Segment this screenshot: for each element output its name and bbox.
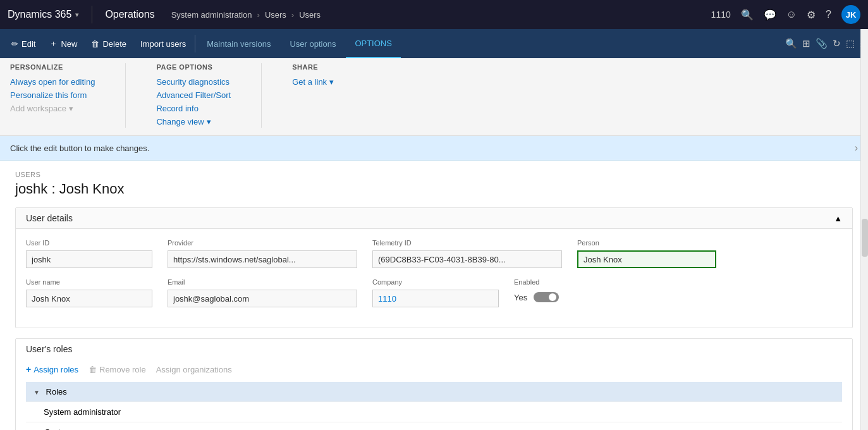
roles-table: ▼ Roles System administrator ▶ System us… <box>26 382 842 430</box>
action-bar-right: 🔍 ⊞ 📎 ↻ ⬚ › <box>785 38 863 49</box>
company-label: Company <box>372 278 499 286</box>
brand-chevron: ▾ <box>75 11 79 19</box>
help-icon[interactable]: ? <box>826 9 831 20</box>
face-icon[interactable]: ☺ <box>786 9 797 20</box>
app-name: Operations <box>95 9 164 20</box>
collapse-roles-icon[interactable]: ▼ <box>34 389 40 396</box>
brand-logo[interactable]: Dynamics 365 ▾ <box>8 9 89 20</box>
assign-organizations-button[interactable]: Assign organizations <box>156 365 232 374</box>
chevron-down-icon-view: ▾ <box>207 117 211 126</box>
breadcrumb-users-current[interactable]: Users <box>299 10 321 20</box>
user-details-body: User ID Provider Telemetry ID Person <box>16 229 852 328</box>
delete-icon: 🗑 <box>91 39 99 49</box>
action-bar: ✏ Edit ＋ New 🗑 Delete Import users Maint… <box>0 29 868 58</box>
system-admin-row: System administrator <box>26 402 842 422</box>
collapse-icon: ▲ <box>834 214 842 223</box>
share-section: SHARE Get a link ▾ <box>292 63 334 128</box>
provider-label: Provider <box>168 239 357 247</box>
email-label: Email <box>168 278 357 286</box>
record-info-link[interactable]: Record info <box>156 102 231 114</box>
user-details-header[interactable]: User details ▲ <box>16 208 852 229</box>
table-row[interactable]: ▶ System user <box>26 422 842 431</box>
users-roles-header: User's roles <box>16 339 852 359</box>
user-options-tab[interactable]: User options <box>281 29 345 58</box>
email-group: Email <box>168 278 357 307</box>
chevron-down-icon-link: ▾ <box>329 77 334 87</box>
action-divider <box>195 35 195 52</box>
maintain-versions-tab[interactable]: Maintain versions <box>198 29 279 58</box>
advanced-filter-link[interactable]: Advanced Filter/Sort <box>156 89 231 101</box>
assign-roles-button[interactable]: + Assign roles <box>26 364 78 374</box>
personalize-title: PERSONALIZE <box>10 63 95 71</box>
enabled-value: Yes <box>514 293 527 302</box>
scrollbar-thumb[interactable] <box>862 219 868 257</box>
edit-icon: ✏ <box>11 39 18 49</box>
table-row[interactable]: System administrator <box>26 402 842 422</box>
users-roles-section: User's roles + Assign roles 🗑 Remove rol… <box>15 338 853 430</box>
user-id-label: User ID <box>26 239 152 247</box>
top-nav-right: 1110 🔍 💬 ☺ ⚙ ? JK <box>711 5 860 24</box>
enabled-group: Enabled Yes <box>514 278 653 307</box>
user-details-section: User details ▲ User ID Provider Telemetr… <box>15 207 853 328</box>
personalize-form-link[interactable]: Personalize this form <box>10 89 95 101</box>
page-title: joshk : Josh Knox <box>15 181 853 197</box>
provider-group: Provider <box>168 239 357 268</box>
personalize-section: PERSONALIZE Always open for editing Pers… <box>10 63 95 128</box>
telemetry-id-input[interactable] <box>372 250 562 268</box>
close-banner-button[interactable]: › <box>855 142 858 154</box>
chat-icon[interactable]: 💬 <box>764 9 776 21</box>
office-icon[interactable]: ⊞ <box>802 38 810 49</box>
search-icon-action[interactable]: 🔍 <box>785 38 797 49</box>
options-section-divider <box>125 63 126 128</box>
always-open-link[interactable]: Always open for editing <box>10 76 95 88</box>
options-tab[interactable]: OPTIONS <box>346 29 401 58</box>
record-breadcrumb: USERS <box>15 171 853 178</box>
add-workspace-link[interactable]: Add workspace ▾ <box>10 102 95 114</box>
breadcrumb: System administration › Users › Users <box>165 10 711 20</box>
email-input[interactable] <box>168 290 357 307</box>
settings-icon[interactable]: ⚙ <box>807 9 816 21</box>
provider-input[interactable] <box>168 250 357 268</box>
clip-icon[interactable]: 📎 <box>816 38 828 49</box>
delete-button[interactable]: 🗑 Delete <box>85 35 133 52</box>
roles-body: + Assign roles 🗑 Remove role Assign orga… <box>16 359 852 430</box>
page-options-section: PAGE OPTIONS Security diagnostics Advanc… <box>156 63 231 128</box>
person-label: Person <box>577 239 716 247</box>
username-label: User name <box>26 278 152 286</box>
new-button[interactable]: ＋ New <box>43 34 83 53</box>
system-user-row: ▶ System user <box>26 422 842 431</box>
roles-toolbar: + Assign roles 🗑 Remove role Assign orga… <box>26 359 842 382</box>
get-a-link-link[interactable]: Get a link ▾ <box>292 76 334 88</box>
top-navigation: Dynamics 365 ▾ Operations System adminis… <box>0 0 868 29</box>
search-icon[interactable]: 🔍 <box>741 9 754 21</box>
expand-icon[interactable]: ⬚ <box>846 38 855 49</box>
company-group: Company <box>372 278 499 307</box>
company-code: 1110 <box>711 9 731 20</box>
breadcrumb-users[interactable]: Users <box>265 10 286 20</box>
enabled-toggle[interactable] <box>534 292 559 302</box>
edit-banner-message: Click the edit button to make changes. <box>10 144 149 153</box>
chevron-down-icon: ▾ <box>69 104 73 113</box>
remove-role-button[interactable]: 🗑 Remove role <box>89 365 146 374</box>
table-header-row: ▼ Roles <box>26 382 842 402</box>
refresh-icon[interactable]: ↻ <box>833 38 841 49</box>
user-id-input[interactable] <box>26 250 152 268</box>
scrollbar-track[interactable] <box>860 29 868 430</box>
share-title: SHARE <box>292 63 334 71</box>
breadcrumb-system-admin[interactable]: System administration <box>171 10 252 20</box>
person-input[interactable] <box>577 250 716 268</box>
edit-banner: Click the edit button to make changes. › <box>0 136 868 161</box>
enabled-label: Enabled <box>514 278 653 286</box>
telemetry-id-group: Telemetry ID <box>372 239 562 268</box>
user-avatar[interactable]: JK <box>841 5 860 24</box>
user-details-title: User details <box>26 213 73 223</box>
change-view-link[interactable]: Change view ▾ <box>156 116 231 128</box>
brand-name: Dynamics 365 <box>8 9 71 20</box>
import-users-button[interactable]: Import users <box>134 35 192 52</box>
add-icon-roles: + <box>26 364 31 374</box>
edit-button[interactable]: ✏ Edit <box>5 35 42 52</box>
company-input[interactable] <box>372 290 499 307</box>
username-input[interactable] <box>26 290 152 307</box>
security-diagnostics-link[interactable]: Security diagnostics <box>156 76 231 88</box>
options-panel: PERSONALIZE Always open for editing Pers… <box>0 58 868 136</box>
